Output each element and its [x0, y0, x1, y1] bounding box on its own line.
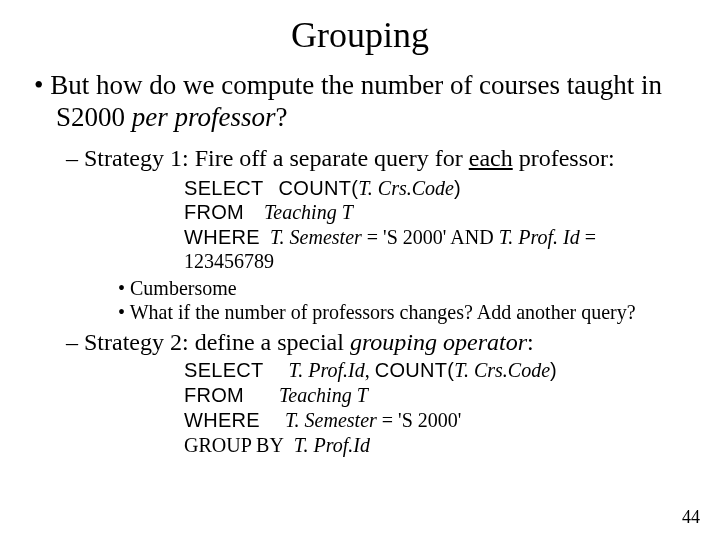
- sql2-line2: FROM Teaching T: [184, 383, 686, 408]
- count-kw: COUNT(: [279, 177, 359, 199]
- sql2-line1: SELECT T. Prof.Id, COUNT(T. Crs.Code): [184, 358, 686, 383]
- slide-number: 44: [682, 507, 700, 528]
- sql1-line2: FROM Teaching T: [184, 200, 686, 224]
- strategy-1-text-c: professor:: [513, 145, 615, 171]
- from-kw-2: FROM: [184, 384, 244, 406]
- bullet-main: But how do we compute the number of cour…: [34, 70, 686, 134]
- count-kw-2: COUNT(: [375, 359, 455, 381]
- from-kw: FROM: [184, 201, 244, 223]
- and-kw: AND: [450, 226, 493, 248]
- where-b: T. Prof. Id: [494, 226, 580, 248]
- where-a: T. Semester: [270, 226, 362, 248]
- sql-block-2: SELECT T. Prof.Id, COUNT(T. Crs.Code) FR…: [184, 358, 686, 458]
- bullet-main-text-b: per professor: [132, 102, 276, 132]
- where-eq: = 'S 2000': [362, 226, 451, 248]
- sql-block-1: SELECT COUNT(T. Crs.Code) FROM Teaching …: [184, 176, 686, 274]
- where-kw: WHERE: [184, 226, 260, 248]
- slide-title: Grouping: [34, 14, 686, 56]
- count-close-2: ): [550, 359, 557, 381]
- strategy-2-text-c: :: [527, 329, 534, 355]
- where-eq-2: = 'S 2000': [377, 409, 462, 431]
- select-kw: SELECT: [184, 177, 264, 199]
- slide: Grouping But how do we compute the numbe…: [0, 0, 720, 540]
- select-comma: ,: [365, 359, 375, 381]
- strategy-1-each: each: [469, 145, 513, 171]
- count-close: ): [454, 177, 461, 199]
- groupby-kw: GROUP BY: [184, 434, 284, 456]
- sql1-line1: SELECT COUNT(T. Crs.Code): [184, 176, 686, 200]
- groupby-arg: T. Prof.Id: [294, 434, 370, 456]
- from-arg-2: Teaching T: [279, 384, 368, 406]
- sql2-line3: WHERE T. Semester = 'S 2000': [184, 408, 686, 433]
- from-arg: Teaching T: [264, 201, 353, 223]
- sub-bullet-1: Cumbersome: [118, 276, 686, 300]
- strategy-1-text-a: Strategy 1: Fire off a separate query fo…: [84, 145, 469, 171]
- sql2-line4: GROUP BY T. Prof.Id: [184, 433, 686, 458]
- strategy-2: Strategy 2: define a special grouping op…: [66, 328, 686, 356]
- strategy-1: Strategy 1: Fire off a separate query fo…: [66, 144, 686, 172]
- sub-bullet-2: What if the number of professors changes…: [118, 300, 686, 324]
- bullet-main-text-c: ?: [276, 102, 288, 132]
- where-a-2: T. Semester: [285, 409, 377, 431]
- select-kw-2: SELECT: [184, 359, 264, 381]
- grouping-operator: grouping operator: [350, 329, 527, 355]
- strategy-2-text-a: Strategy 2: define a special: [84, 329, 350, 355]
- count-arg: T. Crs.Code: [358, 177, 454, 199]
- count-arg-2: T. Crs.Code: [454, 359, 550, 381]
- where-kw-2: WHERE: [184, 409, 260, 431]
- sql1-line3: WHERE T. Semester = 'S 2000' AND T. Prof…: [184, 225, 686, 274]
- select-arg-a: T. Prof.Id: [289, 359, 365, 381]
